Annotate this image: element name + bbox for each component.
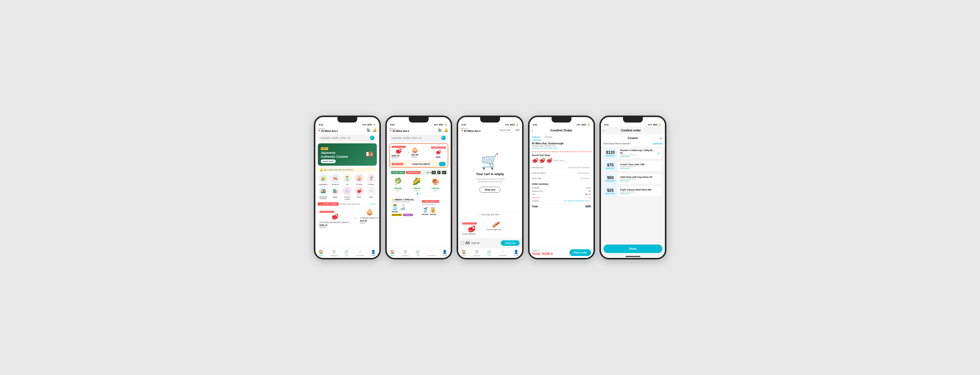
new-product-1[interactable]: 🥤 $14.89 bbox=[422, 207, 429, 215]
dropoff-row[interactable]: Drop-off options Not selected › bbox=[530, 171, 593, 176]
dashed-divider-4 bbox=[532, 152, 591, 152]
coupon-detail-1[interactable]: More Detail › bbox=[620, 156, 654, 158]
select-all-checkbox[interactable] bbox=[461, 242, 464, 245]
close-icon-5[interactable]: ✕ bbox=[659, 136, 662, 140]
back-button-4[interactable]: ‹ bbox=[532, 128, 533, 132]
coupon-card-3[interactable]: $50 DISCOUNT Chili Paste with Soya Bean … bbox=[603, 173, 662, 184]
search-button-1[interactable]: 🔍 bbox=[370, 136, 374, 140]
trial-price-new-2: +$8.90 bbox=[412, 187, 421, 190]
super-combo-more[interactable]: More › bbox=[371, 203, 377, 205]
category-poultry[interactable]: 🧅 Poultry bbox=[354, 174, 365, 185]
trial-product-1[interactable]: 🥬 +$14.89 $15 bbox=[389, 177, 407, 192]
random-weight-badge-1: RANDOM WEIGHT bbox=[320, 211, 334, 213]
address-main-4: 55 Milne Ave, Scarborough bbox=[532, 142, 564, 145]
heart-icon-3: ♡ bbox=[501, 249, 504, 254]
add-to-cart-btn[interactable]: 🛒 bbox=[439, 162, 445, 166]
delivery-addr-2[interactable]: 📍 55 Milne Ave ▾ bbox=[389, 130, 409, 132]
search-bar-1[interactable]: 🔍 bbox=[318, 134, 377, 141]
order-note-row[interactable]: Order note Not noted › bbox=[530, 176, 593, 181]
suggested-item-2[interactable]: 🥓 Frozen Single Cow... bbox=[485, 219, 507, 236]
category-seafood[interactable]: 🦐 Seafood bbox=[330, 174, 340, 185]
weekly-product-2[interactable]: 🍶 bbox=[399, 204, 406, 213]
status-bar-5: 9:41 ●●● WiFi 🔋 bbox=[601, 122, 665, 126]
wifi-icon-2: WiFi bbox=[439, 123, 444, 126]
nav-category-3[interactable]: ☰ Category bbox=[473, 249, 480, 257]
store-icon-2[interactable]: 🏪 bbox=[438, 128, 442, 132]
delivery-time-row[interactable]: Delivery time No pickup time selected › bbox=[530, 165, 593, 171]
suggested-item-1[interactable]: RANDOM WEIGHT 🥩 [CA-BS MB] JBS... bbox=[461, 219, 483, 236]
trial-product-3[interactable]: 🍖 +$12.98 $14 bbox=[427, 177, 444, 192]
nav-home-label-3: Home bbox=[461, 255, 466, 257]
trial-product-2[interactable]: 🌽 +$8.90 $10 bbox=[408, 177, 425, 192]
shop-now-btn[interactable]: Shop now bbox=[479, 187, 501, 193]
delivery-addr-1[interactable]: 📍 55 Milne Ave ▾ bbox=[318, 130, 338, 132]
cart-total: Total: $0 bbox=[471, 242, 479, 244]
done-button[interactable]: Done bbox=[603, 244, 662, 253]
search-bar-2[interactable]: 🔍 bbox=[389, 134, 448, 141]
coupon-card-1[interactable]: $120 DISCOUNT Roaster C-Halal-Leg-L-25kg… bbox=[603, 148, 662, 159]
nav-profile-3[interactable]: 👤 Profile bbox=[514, 249, 519, 257]
category-microwave[interactable]: 🍱 Microwave Container bbox=[318, 187, 329, 200]
tab-pickup[interactable]: Pickup bbox=[545, 134, 552, 140]
optimize-button[interactable]: Optimize bbox=[653, 142, 662, 145]
new-product-2[interactable]: 🥫 $14.89 bbox=[430, 207, 436, 215]
nav-home-1[interactable]: 🏠 Home bbox=[318, 249, 323, 257]
trial-product-4[interactable]: 🥩 +$50.50 $55.90 bbox=[446, 177, 451, 192]
nav-favourites-3[interactable]: ♡ Favourites bbox=[499, 249, 507, 257]
search-button-2[interactable]: 🔍 bbox=[441, 136, 446, 140]
nav-cart-2[interactable]: 🛒 Cart bbox=[415, 249, 420, 257]
category-oil[interactable]: 🫙 Oil bbox=[342, 174, 353, 185]
notification-text-1: 🔔 Orange Soda $8.79/12x355ml bbox=[324, 169, 353, 171]
nav-favourites-2[interactable]: ♡ Favourites bbox=[427, 249, 436, 257]
recent-order-btn[interactable]: Recent order bbox=[497, 128, 514, 132]
nav-home-2[interactable]: 🏠 Home bbox=[390, 249, 395, 257]
phone-4: 9:41 ●●● WiFi 🔋 ‹ Confirm Order Delivery… bbox=[528, 116, 595, 259]
place-order-btn[interactable]: Place order bbox=[570, 249, 591, 256]
banner-shop-btn-1[interactable]: SHOP NOW bbox=[321, 160, 336, 163]
new-arrivals-products: 🥤 $14.89 🥫 $14.89 bbox=[422, 207, 446, 215]
product-card-1[interactable]: RANDOM WEIGHT 🥩 [CA-BS MB] JBS AAA Beef … bbox=[318, 207, 352, 230]
category-vegetable[interactable]: 🥑 Vegetable bbox=[318, 174, 329, 185]
coupon-detail-2[interactable]: More Detail › bbox=[620, 168, 661, 169]
bell-icon[interactable]: 🔔 bbox=[372, 128, 377, 132]
coupon-card-2[interactable]: $75 DISCOUNT Frozen Tuna Cube 10lb Expir… bbox=[603, 161, 662, 171]
super-combo-header: 🔥 SUPER COMBO Combo more get more More › bbox=[315, 201, 379, 206]
nav-category-2[interactable]: ☰ Category bbox=[402, 249, 409, 257]
category-bags[interactable]: 🛍️ Bags bbox=[330, 187, 340, 200]
bell-icon-2[interactable]: 🔔 bbox=[444, 128, 448, 132]
nav-home-3[interactable]: 🏠 Home bbox=[461, 249, 466, 257]
coupon-detail-4[interactable]: More Detail › bbox=[620, 193, 661, 195]
store-icon[interactable]: 🏪 bbox=[366, 128, 371, 132]
nav-profile-1[interactable]: 👤 Profile bbox=[371, 249, 376, 257]
search-input-1[interactable] bbox=[320, 137, 368, 139]
promo-items: RANDOM WEIGHT 🥩 $293.47 $312.99 + 🧅 $13.… bbox=[392, 146, 430, 159]
address-section-4[interactable]: 55 Milne Ave, Scarborough Scarborough, O… bbox=[530, 140, 593, 151]
coupon-discount-label-2: DISCOUNT bbox=[606, 168, 615, 169]
tab-delivery[interactable]: Delivery bbox=[532, 134, 541, 140]
header-1: Delivery 📍 55 Milne Ave ▾ 🏪 🔔 bbox=[315, 126, 379, 133]
category-frozen[interactable]: ❄️ Frozen Foods bbox=[342, 187, 353, 200]
coupon-card-4[interactable]: $25 DISCOUNT Foyle 3 Bones Beef Short Ri… bbox=[603, 186, 662, 197]
category-more[interactable]: ··· More bbox=[366, 187, 377, 200]
weekly-product-1[interactable]: 🫙 $14.89 bbox=[391, 204, 398, 213]
edit-btn[interactable]: Edit bbox=[515, 129, 520, 131]
status-bar-1: 9:41 ●●● WiFi 🔋 bbox=[315, 122, 379, 126]
category-beef[interactable]: 🥩 Beef bbox=[354, 187, 365, 200]
wifi-icon-3: WiFi bbox=[510, 123, 515, 126]
selected-badge: SELECTED bbox=[391, 214, 402, 216]
nav-category-1[interactable]: ☰ Category bbox=[331, 249, 337, 257]
product-card-2[interactable]: 🧅 Kent/Apple Mango 5-7ct $13.45 $21.60 bbox=[358, 207, 379, 230]
promo-footer: SAVE $9.99 Combo Price $309.78 🛒 bbox=[390, 161, 448, 167]
trial-price-new-3: +$12.98 bbox=[431, 187, 440, 190]
search-input-2[interactable] bbox=[392, 137, 440, 139]
nav-cart-1[interactable]: 🛒 Cart bbox=[344, 249, 349, 257]
coupon-detail-3[interactable]: More Detail › bbox=[620, 180, 661, 182]
delivery-addr-3[interactable]: 📍 55 Milne Ave ▾ bbox=[461, 130, 481, 132]
nav-cart-3[interactable]: 🛒 Cart bbox=[487, 249, 492, 257]
nav-favourites-1[interactable]: ♡ Favourites bbox=[356, 249, 364, 257]
promo-price-1: $293.47 bbox=[392, 155, 406, 157]
checkout-btn[interactable]: Check out bbox=[501, 240, 520, 246]
coupon-row[interactable]: Coupon No coupons have been used › bbox=[532, 199, 591, 203]
category-drinks[interactable]: 🥤 Drinks bbox=[366, 174, 377, 185]
nav-profile-2[interactable]: 👤 Profile bbox=[442, 249, 447, 257]
